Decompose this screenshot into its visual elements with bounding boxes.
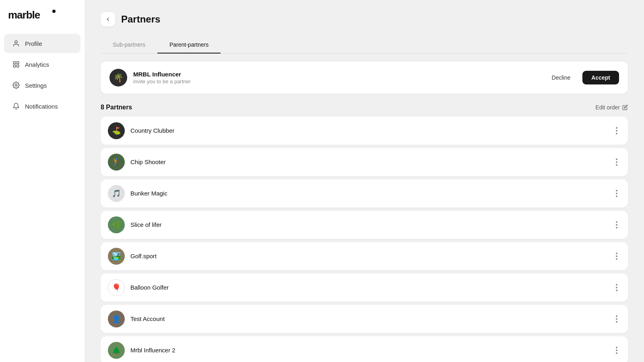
partner-more-button[interactable]	[613, 188, 621, 199]
partners-count: 8 Partners	[101, 104, 132, 111]
svg-rect-4	[17, 62, 19, 64]
accept-button[interactable]: Accept	[582, 71, 619, 84]
tab-sub-partners[interactable]: Sub-partners	[101, 37, 157, 53]
partner-name: Balloon Golfer	[130, 284, 613, 291]
more-dot	[616, 224, 617, 226]
partner-card: 🎈 Balloon Golfer	[101, 274, 628, 302]
partner-avatar: 🌲	[108, 342, 125, 359]
sidebar-item-notifications[interactable]: Notifications	[4, 97, 80, 116]
more-dot	[616, 284, 617, 286]
partner-card: 🌿 Slice of lifer	[101, 211, 628, 239]
more-dot	[616, 158, 617, 160]
partner-card: 🏌️ Chip Shooter	[101, 148, 628, 176]
svg-point-7	[15, 84, 17, 86]
svg-rect-5	[17, 65, 19, 67]
svg-point-2	[15, 41, 17, 43]
sidebar-item-analytics[interactable]: Analytics	[4, 55, 80, 74]
more-dot	[616, 227, 617, 228]
partner-name: Test Account	[130, 315, 613, 322]
more-dot	[616, 318, 617, 320]
more-dot	[616, 352, 617, 354]
more-dot	[616, 321, 617, 323]
invite-name: MRBL Influencer	[133, 71, 544, 78]
sidebar-item-settings[interactable]: Settings	[4, 76, 80, 95]
partners-list: ⛳ Country Clubber 🏌️ Chip Shooter 🎵 Bunk…	[101, 117, 628, 362]
more-dot	[616, 287, 617, 288]
more-dot	[616, 164, 617, 166]
invite-info: MRBL Influencer invite you to be a partn…	[133, 71, 544, 84]
page-title: Partners	[121, 14, 160, 25]
gear-icon	[12, 81, 20, 89]
partner-name: Bunker Magic	[130, 190, 613, 197]
svg-point-1	[52, 10, 56, 13]
partner-avatar: 🏌️	[108, 154, 125, 171]
partner-card: 👤 Test Account	[101, 305, 628, 333]
partner-name: Country Clubber	[130, 127, 613, 134]
partner-more-button[interactable]	[613, 125, 621, 136]
sidebar-item-settings-label: Settings	[25, 82, 47, 89]
more-dot	[616, 190, 617, 191]
partner-more-button[interactable]	[613, 156, 621, 168]
partner-avatar: 🏞️	[108, 248, 125, 265]
partner-avatar: 🌿	[108, 216, 125, 233]
more-dot	[616, 193, 617, 194]
partner-name: Golf.sport	[130, 253, 613, 259]
more-dot	[616, 127, 617, 129]
more-dot	[616, 315, 617, 317]
sidebar-item-analytics-label: Analytics	[25, 61, 49, 68]
tab-parent-partners[interactable]: Parent-partners	[157, 37, 221, 53]
page-header: Partners	[101, 12, 628, 27]
partner-card: 🏞️ Golf.sport	[101, 242, 628, 270]
edit-order-button[interactable]: Edit order	[595, 104, 628, 111]
more-dot	[616, 258, 617, 260]
invite-avatar: 🌴	[109, 69, 127, 86]
sidebar-item-profile[interactable]: Profile	[4, 34, 80, 53]
partner-more-button[interactable]	[613, 345, 621, 356]
partner-avatar: 👤	[108, 311, 125, 327]
tabs-container: Sub-partners Parent-partners	[101, 37, 628, 53]
sidebar-item-notifications-label: Notifications	[25, 103, 58, 110]
partner-more-button[interactable]	[613, 251, 621, 262]
invite-actions: Decline Accept	[544, 71, 619, 84]
more-dot	[616, 255, 617, 257]
invite-card: 🌴 MRBL Influencer invite you to be a par…	[101, 62, 628, 94]
decline-button[interactable]: Decline	[544, 71, 579, 84]
partner-card: ⛳ Country Clubber	[101, 117, 628, 145]
bell-icon	[12, 102, 20, 110]
partner-name: Chip Shooter	[130, 158, 613, 165]
partner-name: Mrbl Influencer 2	[130, 347, 613, 354]
partner-more-button[interactable]	[613, 313, 621, 325]
more-dot	[616, 221, 617, 223]
more-dot	[616, 253, 617, 254]
more-dot	[616, 133, 617, 134]
more-dot	[616, 350, 617, 351]
back-button[interactable]	[101, 12, 115, 27]
svg-text:marble: marble	[8, 9, 40, 21]
invite-subtitle: invite you to be a partner	[133, 78, 544, 84]
partner-avatar: 🎈	[108, 279, 125, 296]
app-logo: marble	[0, 8, 85, 33]
more-dot	[616, 347, 617, 348]
partner-avatar: ⛳	[108, 122, 125, 139]
partner-avatar: 🎵	[108, 185, 125, 202]
more-dot	[616, 195, 617, 197]
edit-order-label: Edit order	[595, 104, 620, 111]
svg-rect-3	[13, 62, 15, 64]
svg-rect-6	[13, 65, 15, 67]
partner-card: 🌲 Mrbl Influencer 2	[101, 336, 628, 362]
more-dot	[616, 161, 617, 163]
partner-more-button[interactable]	[613, 219, 621, 230]
person-icon	[12, 39, 20, 47]
chart-icon	[12, 60, 20, 68]
partners-header: 8 Partners Edit order	[101, 104, 628, 111]
partner-name: Slice of lifer	[130, 221, 613, 228]
sidebar-item-profile-label: Profile	[25, 40, 42, 47]
sidebar: marble Profile Analytics	[0, 0, 85, 362]
partner-more-button[interactable]	[613, 282, 621, 293]
edit-icon	[622, 105, 628, 110]
more-dot	[616, 290, 617, 291]
main-content: Partners Sub-partners Parent-partners 🌴 …	[85, 0, 644, 362]
partner-card: 🎵 Bunker Magic	[101, 179, 628, 208]
more-dot	[616, 130, 617, 132]
